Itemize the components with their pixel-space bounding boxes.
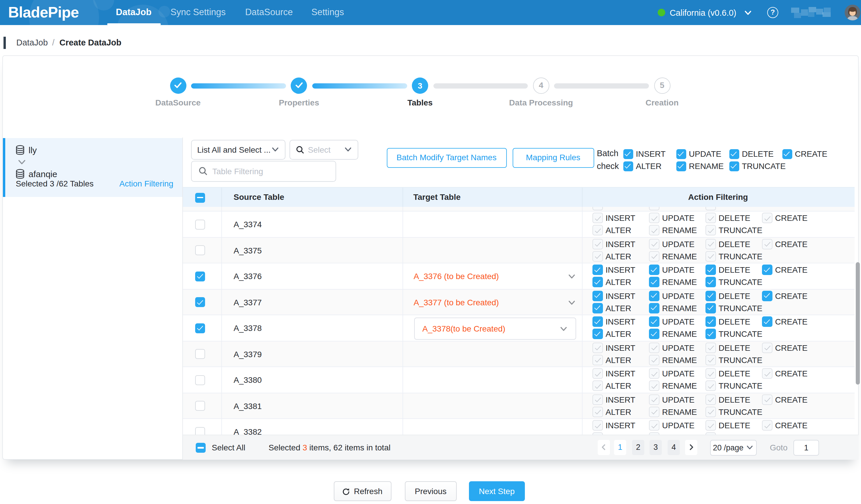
batch-modify-target-names-button[interactable]: Batch Modify Target Names (386, 148, 507, 167)
checkbox-update[interactable] (676, 149, 686, 159)
row-select-checkbox[interactable] (195, 375, 205, 385)
checkbox-insert[interactable] (623, 149, 633, 159)
action-checkbox-alter[interactable]: ALTER (592, 277, 631, 287)
row-select-checkbox[interactable] (195, 427, 205, 435)
batch-action-delete[interactable]: DELETE (729, 149, 782, 159)
action-checkbox-truncate[interactable]: TRUNCATE (706, 277, 762, 287)
action-checkbox-insert[interactable]: INSERT (592, 264, 635, 275)
checkbox-insert[interactable] (592, 316, 603, 327)
schema-select[interactable]: Select (289, 139, 358, 159)
target-table-name[interactable]: A_3376 (to be Created) (414, 263, 499, 289)
environment-label[interactable]: California (v0.6.0) (670, 8, 736, 17)
batch-action-create[interactable]: CREATE (782, 149, 835, 159)
target-table-cell[interactable]: A_3378(to be Created) (402, 315, 582, 341)
action-checkbox-update[interactable]: UPDATE (649, 316, 695, 327)
chevron-down-icon[interactable] (568, 273, 575, 280)
checkbox-alter[interactable] (592, 303, 603, 313)
checkbox-create[interactable] (762, 316, 773, 327)
page-button-2[interactable]: 2 (632, 440, 644, 455)
action-checkbox-alter[interactable]: ALTER (592, 303, 631, 313)
checkbox-truncate[interactable] (729, 161, 739, 171)
select-all-checkbox[interactable] (196, 443, 206, 453)
checkbox-insert[interactable] (592, 264, 603, 275)
checkbox-create[interactable] (782, 149, 792, 159)
target-table-cell[interactable]: A_3377 (to be Created) (402, 289, 582, 315)
checkbox-rename[interactable] (649, 329, 659, 339)
checkbox-alter[interactable] (592, 277, 603, 287)
checkbox-alter[interactable] (592, 329, 603, 339)
chevron-down-icon[interactable] (560, 325, 567, 332)
action-checkbox-rename[interactable]: RENAME (649, 277, 697, 287)
chevron-down-icon[interactable] (744, 9, 752, 17)
row-select-checkbox[interactable] (195, 220, 205, 230)
page-button-4[interactable]: 4 (668, 440, 680, 455)
goto-page-input[interactable]: 1 (793, 440, 819, 455)
checkbox-create[interactable] (762, 264, 773, 275)
nav-item-datasource[interactable]: DataSource (236, 0, 302, 25)
batch-action-insert[interactable]: INSERT (623, 149, 676, 159)
app-logo[interactable]: BladePipe (8, 0, 79, 25)
action-checkbox-update[interactable]: UPDATE (649, 264, 695, 275)
step-circle-datasource[interactable] (170, 78, 186, 94)
row-select-checkbox[interactable] (195, 298, 205, 307)
checkbox-create[interactable] (762, 290, 773, 301)
action-checkbox-create[interactable]: CREATE (762, 316, 808, 327)
action-checkbox-create[interactable]: CREATE (762, 290, 808, 301)
source-database-item[interactable]: lly (16, 144, 37, 156)
target-table-select[interactable]: A_3378(to be Created) (414, 317, 576, 339)
checkbox-truncate[interactable] (706, 303, 716, 313)
select-page-checkbox[interactable] (195, 193, 205, 203)
action-filtering-link[interactable]: Action Filtering (120, 177, 173, 189)
mapping-rules-button[interactable]: Mapping Rules (512, 148, 594, 167)
nav-item-sync-settings[interactable]: Sync Settings (161, 0, 236, 25)
action-checkbox-alter[interactable]: ALTER (592, 329, 631, 339)
checkbox-alter[interactable] (623, 161, 633, 171)
step-circle-data-processing[interactable]: 4 (533, 78, 549, 94)
row-select-checkbox[interactable] (195, 401, 205, 411)
help-icon[interactable]: ? (767, 7, 778, 18)
checkbox-rename[interactable] (649, 303, 659, 313)
checkbox-rename[interactable] (676, 161, 686, 171)
row-select-checkbox[interactable] (195, 349, 205, 359)
action-checkbox-delete[interactable]: DELETE (706, 316, 750, 327)
vertical-scrollbar-thumb[interactable] (856, 262, 860, 384)
action-checkbox-delete[interactable]: DELETE (706, 264, 750, 275)
checkbox-truncate[interactable] (706, 277, 716, 287)
checkbox-update[interactable] (649, 316, 659, 327)
checkbox-delete[interactable] (729, 149, 739, 159)
page-size-select[interactable]: 20 /page (710, 440, 756, 455)
batch-action-alter[interactable]: ALTER (623, 161, 676, 171)
table-filtering-input[interactable]: Table Filtering (191, 161, 336, 181)
checkbox-delete[interactable] (706, 290, 716, 301)
action-checkbox-insert[interactable]: INSERT (592, 290, 635, 301)
batch-action-rename[interactable]: RENAME (676, 161, 729, 171)
page-button-1[interactable]: 1 (614, 440, 626, 455)
checkbox-delete[interactable] (706, 316, 716, 327)
chevron-down-icon[interactable] (568, 299, 575, 306)
batch-action-update[interactable]: UPDATE (676, 149, 729, 159)
user-avatar[interactable] (845, 5, 860, 21)
batch-action-truncate[interactable]: TRUNCATE (729, 161, 782, 171)
breadcrumb-parent[interactable]: DataJob (16, 32, 48, 53)
prev-page-button[interactable] (598, 440, 610, 455)
list-mode-select[interactable]: List All and Select ... (191, 139, 285, 159)
target-table-name[interactable]: A_3378(to be Created) (422, 318, 505, 339)
checkbox-rename[interactable] (649, 277, 659, 287)
row-select-checkbox[interactable] (195, 272, 205, 282)
next-step-button[interactable]: Next Step (469, 481, 524, 501)
checkbox-update[interactable] (649, 264, 659, 275)
checkbox-update[interactable] (649, 290, 659, 301)
row-select-checkbox[interactable] (195, 246, 205, 256)
step-circle-creation[interactable]: 5 (654, 78, 670, 94)
action-checkbox-delete[interactable]: DELETE (706, 290, 750, 301)
action-checkbox-insert[interactable]: INSERT (592, 316, 635, 327)
nav-item-settings[interactable]: Settings (302, 0, 353, 25)
action-checkbox-rename[interactable]: RENAME (649, 329, 697, 339)
checkbox-insert[interactable] (592, 290, 603, 301)
refresh-button[interactable]: Refresh (333, 481, 391, 501)
checkbox-truncate[interactable] (706, 329, 716, 339)
target-table-name[interactable]: A_3377 (to be Created) (414, 289, 499, 315)
step-circle-tables[interactable]: 3 (412, 78, 428, 94)
checkbox-delete[interactable] (706, 264, 716, 275)
target-table-cell[interactable]: A_3376 (to be Created) (402, 263, 582, 289)
